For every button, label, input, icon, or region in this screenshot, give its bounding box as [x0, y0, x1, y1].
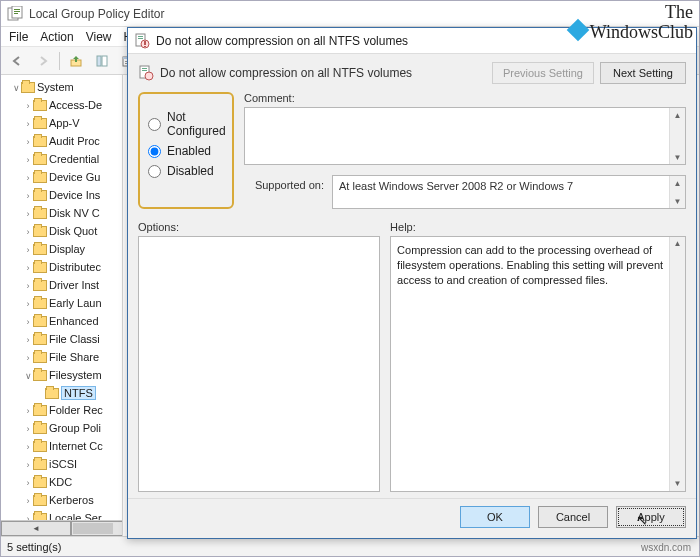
policy-icon	[134, 33, 150, 49]
tree-item[interactable]: ›Device Ins	[23, 187, 120, 205]
statusbar: 5 setting(s)	[1, 536, 699, 556]
nav-tree[interactable]: ∨System›Access-De›App-V›Audit Proc›Crede…	[1, 75, 123, 536]
scroll-up-icon[interactable]: ▲	[670, 108, 685, 122]
up-button[interactable]	[66, 51, 86, 71]
forward-button[interactable]	[33, 51, 53, 71]
next-setting-button[interactable]: Next Setting	[600, 62, 686, 84]
tree-item[interactable]: ›Group Poli	[23, 420, 120, 438]
help-scrollbar[interactable]: ▲ ▼	[669, 237, 685, 491]
help-text: Compression can add to the processing ov…	[397, 244, 663, 286]
svg-rect-17	[144, 46, 146, 47]
svg-point-21	[145, 72, 153, 80]
tree-item[interactable]: ›File Share	[23, 349, 120, 367]
tree-item[interactable]: ›Internet Cc	[23, 438, 120, 456]
help-textbox: Compression can add to the processing ov…	[390, 236, 686, 492]
tree-item[interactable]: ›Access-De	[23, 97, 120, 115]
tree-item[interactable]: ›File Classi	[23, 331, 120, 349]
options-label: Options:	[138, 221, 380, 233]
tree-item[interactable]: ›KDC	[23, 474, 120, 492]
tree-item[interactable]: ›Distributec	[23, 259, 120, 277]
supported-scrollbar[interactable]: ▲ ▼	[669, 176, 685, 208]
apply-button[interactable]: Apply	[616, 506, 686, 528]
gpedit-window: Local Group Policy Editor File Action Vi…	[0, 0, 700, 557]
tree-hscrollbar[interactable]: ◄ ►	[1, 520, 122, 536]
scroll-left-button[interactable]: ◄	[1, 521, 71, 536]
radio-disabled-input[interactable]	[148, 165, 161, 178]
tree-item[interactable]: ›iSCSI	[23, 456, 120, 474]
back-button[interactable]	[7, 51, 27, 71]
radio-enabled-label: Enabled	[167, 144, 211, 158]
tree-item[interactable]: ›Folder Rec	[23, 402, 120, 420]
svg-rect-6	[97, 56, 101, 66]
scroll-up-icon[interactable]: ▲	[670, 176, 685, 190]
tree-item[interactable]: ›Display	[23, 241, 120, 259]
help-label: Help:	[390, 221, 686, 233]
scrollbar-thumb[interactable]	[73, 523, 113, 534]
previous-setting-button[interactable]: Previous Setting	[492, 62, 594, 84]
dialog-header: Do not allow compression on all NTFS vol…	[128, 54, 696, 92]
svg-rect-19	[142, 68, 147, 69]
dialog-title-text: Do not allow compression on all NTFS vol…	[156, 34, 408, 48]
ok-button[interactable]: OK	[460, 506, 530, 528]
policy-dialog: Do not allow compression on all NTFS vol…	[127, 27, 697, 539]
menu-action[interactable]: Action	[40, 30, 73, 44]
scroll-down-icon[interactable]: ▼	[670, 194, 685, 208]
watermark-line1: The	[570, 3, 693, 22]
policy-icon	[138, 65, 154, 81]
watermark-accent-icon	[566, 19, 589, 42]
scroll-down-icon[interactable]: ▼	[670, 150, 685, 164]
svg-rect-20	[142, 70, 147, 71]
supported-on-label: Supported on:	[244, 175, 324, 206]
svg-rect-13	[138, 36, 143, 37]
footer-watermark: wsxdn.com	[641, 542, 691, 553]
radio-not-configured-input[interactable]	[148, 118, 161, 131]
radio-disabled-label: Disabled	[167, 164, 214, 178]
svg-rect-7	[102, 56, 107, 66]
tree-item-ntfs[interactable]: NTFS	[35, 385, 120, 402]
watermark-line2: WindowsClub	[590, 22, 693, 42]
tree-item[interactable]: ›Kerberos	[23, 492, 120, 510]
scroll-up-icon[interactable]: ▲	[670, 237, 685, 251]
svg-rect-3	[14, 11, 20, 12]
tree-item[interactable]: ›Credential	[23, 151, 120, 169]
dialog-button-row: OK Cancel Apply	[128, 498, 696, 534]
comment-scrollbar[interactable]: ▲ ▼	[669, 108, 685, 164]
radio-not-configured-label: Not Configured	[167, 110, 226, 138]
radio-disabled[interactable]: Disabled	[148, 164, 224, 178]
show-hide-tree-button[interactable]	[92, 51, 112, 71]
cancel-button[interactable]: Cancel	[538, 506, 608, 528]
tree-item[interactable]: ›Audit Proc	[23, 133, 120, 151]
state-radio-group: Not Configured Enabled Disabled	[138, 92, 234, 209]
options-box	[138, 236, 380, 492]
menu-view[interactable]: View	[86, 30, 112, 44]
supported-on-value: At least Windows Server 2008 R2 or Windo…	[339, 180, 573, 192]
tree-item[interactable]: ›Early Laun	[23, 295, 120, 313]
menu-file[interactable]: File	[9, 30, 28, 44]
dialog-subtitle: Do not allow compression on all NTFS vol…	[160, 66, 486, 80]
gpedit-icon	[7, 6, 23, 22]
radio-enabled[interactable]: Enabled	[148, 144, 224, 158]
status-text: 5 setting(s)	[7, 541, 61, 553]
tree-item[interactable]: ∨FilesystemNTFS	[23, 367, 120, 402]
radio-not-configured[interactable]: Not Configured	[148, 110, 224, 138]
svg-rect-4	[14, 13, 18, 14]
svg-rect-14	[138, 38, 143, 39]
watermark: The WindowsClub	[570, 3, 693, 42]
tree-item-system[interactable]: ∨System›Access-De›App-V›Audit Proc›Crede…	[11, 79, 120, 536]
tree-item[interactable]: ›Driver Inst	[23, 277, 120, 295]
svg-rect-16	[144, 41, 146, 45]
scroll-down-icon[interactable]: ▼	[670, 477, 685, 491]
parent-title-text: Local Group Policy Editor	[29, 7, 164, 21]
tree-item[interactable]: ›Disk NV C	[23, 205, 120, 223]
supported-on-textbox: At least Windows Server 2008 R2 or Windo…	[332, 175, 686, 209]
svg-rect-2	[14, 9, 20, 10]
tree-item[interactable]: ›Enhanced	[23, 313, 120, 331]
tree-item[interactable]: ›App-V	[23, 115, 120, 133]
tree-item[interactable]: ›Disk Quot	[23, 223, 120, 241]
comment-textbox[interactable]: ▲ ▼	[244, 107, 686, 165]
radio-enabled-input[interactable]	[148, 145, 161, 158]
tree-item[interactable]: ›Device Gu	[23, 169, 120, 187]
comment-label: Comment:	[244, 92, 686, 104]
